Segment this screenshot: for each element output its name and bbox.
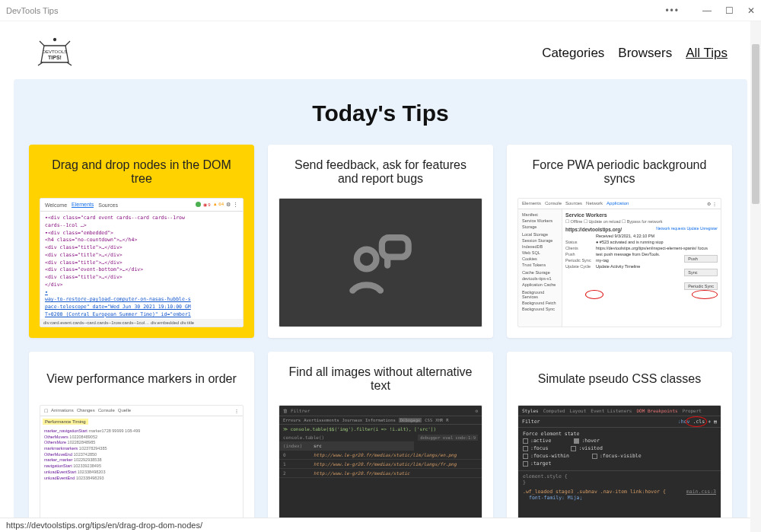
tip-title: View performance markers in order xyxy=(40,362,244,396)
tip-title: Send feedback, ask for features and repo… xyxy=(279,155,482,189)
hero-section: Today's Tips Drag and drop nodes in the … xyxy=(14,79,747,532)
logo[interactable]: DEVTOOLS TIPS! xyxy=(33,35,76,72)
tip-thumbnail: Styles Computed Layout Event Listeners D… xyxy=(517,405,721,532)
svg-line-0 xyxy=(40,41,44,46)
tip-card[interactable]: Drag and drop nodes in the DOM tree Welc… xyxy=(29,145,254,338)
svg-rect-8 xyxy=(382,237,409,257)
status-bar: https://devtoolstips.org/tips/en/drag-dr… xyxy=(0,518,750,532)
maximize-button[interactable]: ☐ xyxy=(725,5,734,16)
svg-point-4 xyxy=(54,39,56,41)
svg-text:DEVTOOLS: DEVTOOLS xyxy=(43,49,68,54)
tip-thumbnail: Welcome Elements Sources ◉ 9 ▲ 64 ⚙ ⋮ ▾<… xyxy=(40,198,244,327)
tip-card[interactable]: Simulate pseudo CSS classes Styles Compu… xyxy=(507,352,732,532)
svg-point-7 xyxy=(357,250,377,269)
tip-card[interactable]: View performance markers in order ☐ Anim… xyxy=(29,352,254,532)
scrollbar-thumb[interactable] xyxy=(752,44,759,204)
window-title: DevTools Tips xyxy=(6,6,665,15)
svg-text:TIPS!: TIPS! xyxy=(48,55,62,60)
tip-title: Simulate pseudo CSS classes xyxy=(517,362,721,396)
tip-card[interactable]: Force PWA periodic background syncs Elem… xyxy=(507,145,732,338)
trash-icon: 🗑 xyxy=(283,408,288,413)
tip-card[interactable]: Find all images without alternative text… xyxy=(268,352,493,532)
nav-all-tips[interactable]: All Tips xyxy=(686,46,728,61)
tips-grid: Drag and drop nodes in the DOM tree Welc… xyxy=(29,145,732,532)
tip-thumbnail: Elements Console Sources Network Applica… xyxy=(517,198,721,327)
site-header: DEVTOOLS TIPS! Categories Browsers All T… xyxy=(0,21,761,79)
feedback-icon xyxy=(339,221,422,304)
close-button[interactable]: ✕ xyxy=(747,5,755,16)
gear-icon: ⚙ xyxy=(226,202,231,208)
tip-thumbnail xyxy=(279,198,482,327)
status-url: https://devtoolstips.org/tips/en/drag-dr… xyxy=(6,521,202,530)
scrollbar[interactable] xyxy=(750,21,761,532)
tip-title: Drag and drop nodes in the DOM tree xyxy=(40,155,244,189)
more-icon[interactable]: ••• xyxy=(665,5,680,16)
window-titlebar: DevTools Tips ••• — ☐ ✕ xyxy=(0,0,761,21)
hero-title: Today's Tips xyxy=(29,100,732,126)
svg-line-3 xyxy=(67,62,72,65)
tip-thumbnail: 🗑Filtrer⚙ ErreursAvertissementsJournauxI… xyxy=(279,405,482,532)
nav-categories[interactable]: Categories xyxy=(542,46,604,61)
minimize-button[interactable]: — xyxy=(702,5,712,16)
svg-line-2 xyxy=(38,62,43,65)
window-controls: ••• — ☐ ✕ xyxy=(665,5,755,16)
gear-icon: ⚙ xyxy=(475,408,478,413)
tip-title: Find all images without alternative text xyxy=(279,362,482,396)
tip-thumbnail: ☐ Animations Changes Console Quelle ⋮ Pe… xyxy=(40,405,244,532)
tip-card[interactable]: Send feedback, ask for features and repo… xyxy=(268,145,493,338)
tip-title: Force PWA periodic background syncs xyxy=(517,155,721,189)
svg-line-1 xyxy=(65,41,70,46)
main-nav: Categories Browsers All Tips xyxy=(542,46,728,61)
nav-browsers[interactable]: Browsers xyxy=(618,46,672,61)
